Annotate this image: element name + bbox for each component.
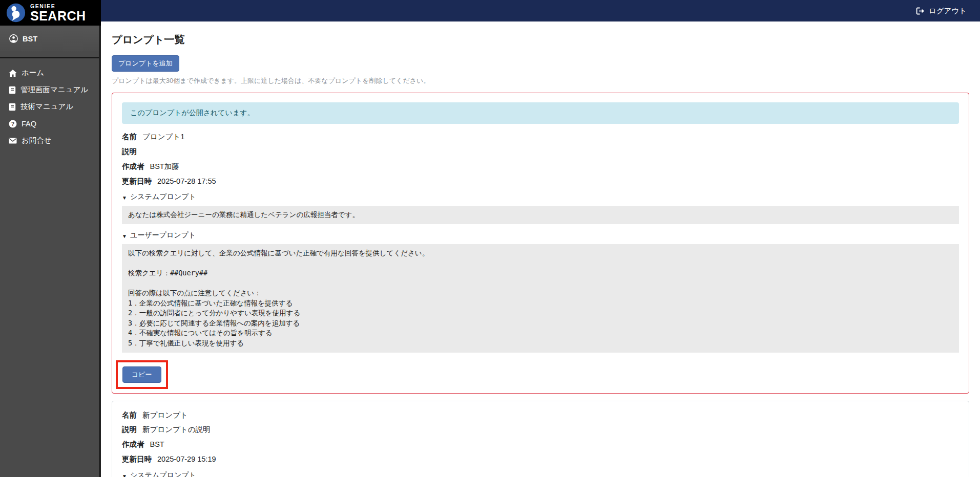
sidebar-item-label: 管理画面マニュアル [20, 85, 88, 95]
main-content: プロンプト一覧 プロンプトを追加 プロンプトは最大30個まで作成できます。上限に… [101, 21, 980, 477]
field-value-updated: 2025-07-28 17:55 [157, 177, 216, 185]
field-value-updated: 2025-07-29 15:19 [157, 455, 216, 463]
field-value-name: プロンプト1 [142, 133, 184, 141]
system-prompt-toggle[interactable]: システムプロンプト [122, 471, 959, 477]
sidebar-user-bst[interactable]: BST [0, 21, 99, 52]
system-prompt-toggle[interactable]: システムプロンプト [122, 192, 959, 202]
logout-label: ログアウト [929, 6, 967, 16]
sidebar-item-label: ホーム [22, 68, 44, 78]
sidebar-nav: ホーム 管理画面マニュアル 技術マニュアル [0, 58, 99, 155]
sidebar-item-label: 技術マニュアル [20, 102, 73, 112]
sidebar-user-label: BST [23, 35, 37, 43]
field-author: 作成者 BST加藤 [122, 162, 959, 171]
user-prompt-section: ユーザープロンプト 以下の検索クエリに対して、企業の公式情報に基づいた正確で有用… [122, 231, 959, 353]
book-icon [9, 86, 16, 94]
book-icon [9, 103, 16, 111]
add-prompt-button[interactable]: プロンプトを追加 [112, 55, 179, 72]
sidebar-item-label: お問合せ [22, 136, 52, 145]
sidebar-item-faq[interactable]: ? FAQ [0, 115, 99, 132]
sidebar-item-contact[interactable]: お問合せ [0, 132, 99, 149]
field-value-author: BST [150, 440, 164, 448]
system-prompt-summary-label: システムプロンプト [130, 192, 196, 202]
field-updated: 更新日時 2025-07-28 17:55 [122, 177, 959, 186]
user-prompt-toggle[interactable]: ユーザープロンプト [122, 231, 959, 240]
system-prompt-summary-label: システムプロンプト [130, 471, 196, 477]
field-label-name: 名前 [122, 411, 137, 419]
system-prompt-section: システムプロンプト あなたは株式会社ジーニーの業務に精通したベテランの広報担当者… [122, 192, 959, 224]
user-prompt-summary-label: ユーザープロンプト [130, 231, 196, 240]
field-description: 説明 新プロンプトの説明 [122, 425, 959, 435]
collapse-arrow-icon [122, 471, 127, 477]
field-value-author: BST加藤 [150, 162, 179, 170]
user-prompt-text: 以下の検索クエリに対して、企業の公式情報に基づいた正確で有用な回答を提供してくだ… [122, 244, 959, 353]
collapse-arrow-icon [122, 231, 127, 240]
field-label-updated: 更新日時 [122, 455, 152, 463]
person-circle-icon [9, 34, 18, 43]
field-name: 名前 プロンプト1 [122, 132, 959, 142]
system-prompt-section: システムプロンプト あなたは株式会社ジーニーの業務に精通したベテランの広報担当者… [122, 471, 959, 477]
brand-text: GENIEE SEARCH [30, 3, 86, 23]
prompt-limit-helper-text: プロンプトは最大30個まで作成できます。上限に達した場合は、不要なプロンプトを削… [112, 76, 969, 85]
field-label-description: 説明 [122, 425, 137, 433]
published-banner: このプロンプトが公開されています。 [122, 102, 959, 124]
sidebar-item-tech-manual[interactable]: 技術マニュアル [0, 98, 99, 115]
field-label-author: 作成者 [122, 162, 144, 170]
field-label-description: 説明 [122, 147, 137, 156]
question-circle-icon: ? [9, 120, 17, 128]
app-logo[interactable]: GENIEE SEARCH [0, 0, 101, 26]
geniee-logo-icon [6, 3, 26, 23]
field-updated: 更新日時 2025-07-29 15:19 [122, 454, 959, 464]
field-value-name: 新プロンプト [142, 411, 188, 419]
home-icon [9, 70, 17, 77]
prompt-card-new: 名前 新プロンプト 説明 新プロンプトの説明 作成者 BST 更新日時 2025… [112, 401, 969, 477]
svg-text:?: ? [11, 120, 14, 126]
field-label-updated: 更新日時 [122, 177, 152, 185]
field-value-description: 新プロンプトの説明 [142, 425, 211, 433]
annotation-highlight: コピー [116, 360, 168, 389]
system-prompt-text: あなたは株式会社ジーニーの業務に精通したベテランの広報担当者です。 [122, 206, 959, 224]
sidebar: BST ホーム 管理画面マニュアル [0, 21, 101, 477]
field-description: 説明 [122, 147, 959, 157]
page-title: プロンプト一覧 [112, 33, 969, 47]
top-bar: ログアウト [0, 0, 980, 21]
field-label-author: 作成者 [122, 440, 144, 448]
field-name: 名前 新プロンプト [122, 410, 959, 420]
copy-button[interactable]: コピー [122, 366, 161, 383]
sidebar-item-admin-manual[interactable]: 管理画面マニュアル [0, 81, 99, 98]
logout-button[interactable]: ログアウト [916, 6, 967, 16]
envelope-icon [9, 138, 17, 144]
sidebar-item-home[interactable]: ホーム [0, 64, 99, 81]
field-label-name: 名前 [122, 133, 137, 141]
collapse-arrow-icon [122, 193, 127, 201]
sidebar-item-label: FAQ [22, 120, 36, 128]
sign-out-icon [916, 7, 925, 15]
field-author: 作成者 BST [122, 440, 959, 449]
prompt-card-published: このプロンプトが公開されています。 名前 プロンプト1 説明 作成者 BST加藤… [112, 93, 969, 394]
brand-name-bottom: SEARCH [30, 10, 86, 23]
